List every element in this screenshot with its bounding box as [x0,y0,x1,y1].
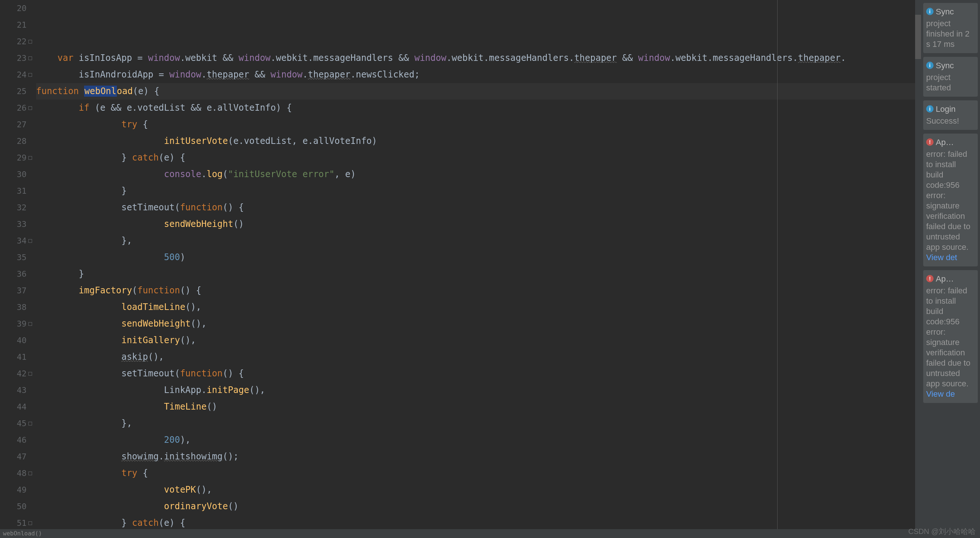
fold-toggle-icon[interactable] [29,472,32,475]
line-number: 23 [0,50,27,66]
code-line[interactable]: } [36,266,915,282]
code-line[interactable]: imgFactory(function() { [36,282,915,299]
notification-card[interactable]: iSyncproject finished in 2 s 17 ms [923,3,978,53]
token: }, [121,418,132,428]
token: showimg [121,451,159,461]
notification-link[interactable]: View de [926,389,975,399]
scrollbar-thumb[interactable] [915,15,921,59]
token: thepaper [798,53,841,63]
token: initshowimg [164,451,223,461]
info-icon: i [926,62,934,69]
token: .votedList, [239,136,302,146]
token: ordinaryVote [164,501,228,511]
code-line[interactable]: } catch(e) { [36,149,915,166]
token: (), [180,335,196,345]
token: . [201,169,207,179]
fold-toggle-icon[interactable] [29,322,32,326]
fold-toggle-icon[interactable] [29,372,32,376]
token: . [159,451,164,461]
code-line[interactable]: setTimeout(function() { [36,365,915,382]
notification-card[interactable]: !Ap…error: failed to install build code:… [923,270,978,403]
token: console [164,169,201,179]
line-number: 27 [0,116,27,133]
token: if [79,102,95,113]
token: e [138,86,143,96]
code-line[interactable]: LinkApp.initPage(), [36,382,915,399]
code-line[interactable]: sendWebHeight() [36,216,915,233]
token: window [148,53,180,63]
line-number: 20 [0,0,27,17]
token: (), [185,302,201,312]
code-editor[interactable]: var isInIosApp = window.webkit && window… [33,0,915,538]
token: window [169,69,201,80]
token: initUserVote [164,136,228,146]
notification-title: Ap… [936,274,954,283]
info-icon: i [926,8,934,15]
line-number: 34 [0,233,27,249]
fold-toggle-icon[interactable] [29,156,32,160]
token: loadTimeLine [121,302,185,312]
editor-root: 2021222324252627282930313233343536373839… [0,0,980,538]
scrollbar-minimap[interactable] [915,0,921,538]
token: .webkit.messageHandlers. [670,53,798,63]
code-line[interactable]: if (e && e.votedList && e.allVoteInfo) { [36,100,915,116]
notification-title: Sync [936,61,954,70]
code-line[interactable]: loadTimeLine(), [36,299,915,316]
code-line[interactable]: initUserVote(e.votedList, e.allVoteInfo) [36,133,915,149]
token: function [36,86,84,96]
code-line[interactable]: try { [36,465,915,482]
line-number: 47 [0,449,27,465]
token: askip [121,352,148,362]
line-number: 36 [0,266,27,282]
token: ( [95,102,100,113]
notification-card[interactable]: !Ap…error: failed to install build code:… [923,134,978,267]
token: oad [117,86,133,96]
code-line[interactable]: var isInIosApp = window.webkit && window… [36,50,915,66]
token: .webkit.messageHandlers. [447,53,574,63]
code-line[interactable]: function webOnload(e) { [36,83,915,100]
token: thepaper [574,53,617,63]
code-line[interactable]: ordinaryVote() [36,498,915,515]
token: () [233,219,244,229]
notification-body: project finished in 2 s 17 ms [926,18,975,49]
fold-toggle-icon[interactable] [29,56,32,60]
fold-toggle-icon[interactable] [29,106,32,110]
code-line[interactable]: showimg.initshowimg(); [36,449,915,465]
token: 500 [164,252,180,262]
watermark: CSDN @刘小哈哈哈 [908,527,975,536]
fold-toggle-icon[interactable] [29,40,32,43]
token: catch [132,518,159,528]
code-line[interactable]: 500) [36,249,915,266]
fold-toggle-icon[interactable] [29,73,32,77]
code-line[interactable]: initGallery(), [36,332,915,349]
token: ( [228,136,233,146]
code-line[interactable]: TimeLine() [36,399,915,415]
token: () { [223,368,244,378]
token: ) { [143,86,159,96]
error-icon: ! [926,275,934,282]
code-line[interactable]: setTimeout(function() { [36,199,915,216]
code-line[interactable]: } [36,183,915,199]
token: imgFactory [79,285,132,295]
fold-toggle-icon[interactable] [29,521,32,525]
notification-card[interactable]: iLoginSuccess! [923,101,978,130]
fold-toggle-icon[interactable] [29,239,32,243]
line-number: 25 [0,83,27,100]
token: ( [223,169,228,179]
fold-toggle-icon[interactable] [29,422,32,425]
code-line[interactable]: console.log("initUserVote error", e) [36,166,915,183]
notification-card[interactable]: iSyncproject started [923,57,978,97]
code-line[interactable]: isInAndroidApp = window.thepaper && wind… [36,66,915,83]
line-number: 41 [0,349,27,365]
code-line[interactable]: sendWebHeight(), [36,316,915,332]
code-line[interactable]: askip(), [36,349,915,365]
token: .allVoteInfo) [308,136,377,146]
token: sendWebHeight [164,219,233,229]
code-line[interactable]: votePK(), [36,482,915,498]
notification-link[interactable]: View det [926,252,975,263]
code-line[interactable]: }, [36,415,915,432]
code-line[interactable]: try { [36,116,915,133]
code-line[interactable]: }, [36,233,915,249]
token: sendWebHeight [121,318,191,329]
code-line[interactable]: 200), [36,432,915,449]
